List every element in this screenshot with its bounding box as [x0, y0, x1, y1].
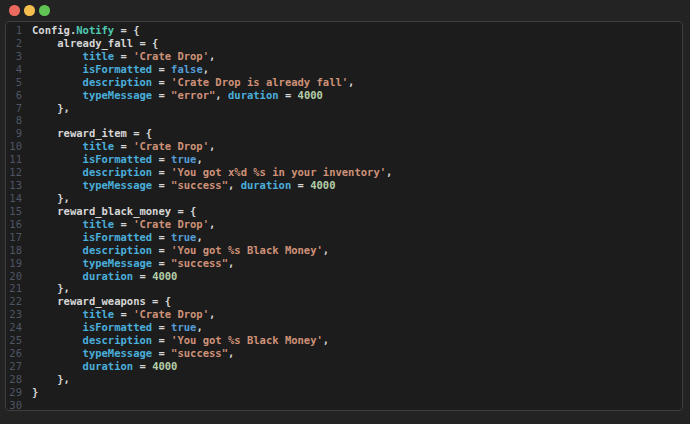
token-plain: =: [152, 166, 171, 178]
line-number: 22: [6, 295, 22, 308]
token-string: "success": [171, 257, 228, 269]
code-text: typeMessage = "success",: [22, 257, 234, 270]
token-plain: ,: [209, 50, 215, 62]
code-line: 27 duration = 4000: [6, 360, 682, 373]
minimize-button[interactable]: [24, 5, 35, 16]
line-number: 13: [6, 179, 22, 192]
code-text: reward_item = {: [22, 127, 152, 140]
token-prop: description: [83, 76, 153, 88]
line-number: 29: [6, 386, 22, 399]
token-plain: [32, 257, 83, 269]
code-text: description = 'Crate Drop is already fal…: [22, 76, 354, 89]
token-plain: ,: [386, 166, 392, 178]
code-line: 26 typeMessage = "success",: [6, 347, 682, 360]
token-plain: =: [114, 140, 133, 152]
line-number: 17: [6, 231, 22, 244]
token-plain: =: [152, 76, 171, 88]
code-line: 20 duration = 4000: [6, 270, 682, 283]
line-number: 9: [6, 127, 22, 140]
code-line: 11 isFormatted = true,: [6, 153, 682, 166]
token-plain: =: [152, 231, 171, 243]
token-prop: title: [83, 140, 115, 152]
token-plain: ,: [209, 140, 215, 152]
token-plain: =: [152, 153, 171, 165]
token-plain: =: [152, 257, 171, 269]
code-line: 19 typeMessage = "success",: [6, 257, 682, 270]
line-number: 26: [6, 347, 22, 360]
token-plain: ,: [348, 76, 354, 88]
code-line: 12 description = 'You got x%d %s in your…: [6, 166, 682, 179]
token-string: 'You got x%d %s in your inventory': [171, 166, 386, 178]
maximize-button[interactable]: [39, 5, 50, 16]
token-bool: false: [171, 63, 203, 75]
token-plain: ,: [323, 334, 329, 346]
code-line: 4 isFormatted = false,: [6, 63, 682, 76]
token-plain: =: [152, 179, 171, 191]
code-text: title = 'Crate Drop',: [22, 218, 215, 231]
code-editor[interactable]: 1Config.Notify = {2 already_fall = {3 ti…: [5, 21, 683, 411]
code-text: isFormatted = true,: [22, 153, 203, 166]
token-plain: },: [32, 192, 70, 204]
code-line: 24 isFormatted = true,: [6, 321, 682, 334]
code-text: isFormatted = true,: [22, 321, 203, 334]
token-plain: = {: [114, 24, 139, 36]
token-plain: [32, 360, 83, 372]
line-number: 18: [6, 244, 22, 257]
token-prop: description: [83, 244, 153, 256]
line-number: 24: [6, 321, 22, 334]
token-plain: =: [114, 218, 133, 230]
token-plain: reward_item = {: [32, 127, 152, 139]
code-text: typeMessage = "success", duration = 4000: [22, 179, 336, 192]
code-text: },: [22, 102, 70, 115]
line-number: 10: [6, 140, 22, 153]
token-prop: description: [83, 334, 153, 346]
token-string: "error": [171, 89, 215, 101]
code-line: 21 },: [6, 282, 682, 295]
line-number: 28: [6, 373, 22, 386]
code-line: 8: [6, 114, 682, 127]
code-window: 1Config.Notify = {2 already_fall = {3 ti…: [0, 0, 690, 424]
token-plain: [32, 76, 83, 88]
token-plain: ,: [215, 89, 228, 101]
code-line: 25 description = 'You got %s Black Money…: [6, 334, 682, 347]
code-text: },: [22, 373, 70, 386]
code-line: 23 title = 'Crate Drop',: [6, 308, 682, 321]
token-plain: [32, 231, 83, 243]
token-plain: =: [291, 179, 310, 191]
code-text: already_fall = {: [22, 37, 158, 50]
close-button[interactable]: [9, 5, 20, 16]
token-plain: =: [114, 308, 133, 320]
token-type: Notify: [76, 24, 114, 36]
token-plain: ,: [209, 308, 215, 320]
token-plain: [32, 140, 83, 152]
line-number: 1: [6, 24, 22, 37]
line-number: 25: [6, 334, 22, 347]
token-plain: ,: [209, 218, 215, 230]
code-text: reward_weapons = {: [22, 295, 171, 308]
token-plain: =: [152, 334, 171, 346]
line-number: 4: [6, 63, 22, 76]
token-plain: [32, 166, 83, 178]
line-number: 14: [6, 192, 22, 205]
code-line: 22 reward_weapons = {: [6, 295, 682, 308]
token-prop: isFormatted: [83, 153, 153, 165]
code-line: 1Config.Notify = {: [6, 24, 682, 37]
token-string: 'Crate Drop': [133, 50, 209, 62]
token-plain: reward_weapons = {: [32, 295, 171, 307]
token-plain: },: [32, 102, 70, 114]
token-plain: ,: [228, 257, 234, 269]
line-number: 16: [6, 218, 22, 231]
window-controls: [9, 5, 50, 16]
token-bool: true: [171, 321, 196, 333]
code-line: 2 already_fall = {: [6, 37, 682, 50]
token-prop: duration: [83, 270, 134, 282]
line-number: 7: [6, 102, 22, 115]
line-number: 5: [6, 76, 22, 89]
token-string: 'You got %s Black Money': [171, 334, 323, 346]
code-line: 9 reward_item = {: [6, 127, 682, 140]
token-string: 'You got %s Black Money': [171, 244, 323, 256]
token-number: 4000: [310, 179, 335, 191]
code-line: 5 description = 'Crate Drop is already f…: [6, 76, 682, 89]
line-number: 6: [6, 89, 22, 102]
code-text: [22, 114, 32, 127]
